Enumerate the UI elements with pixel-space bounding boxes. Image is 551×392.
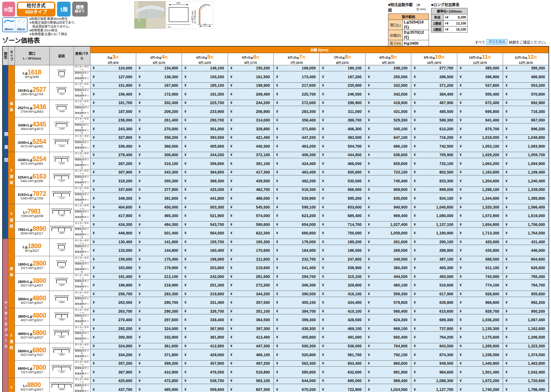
roof-panel-label: ポリカーボネート <box>74 308 90 314</box>
price-cell: ¥560,400 <box>365 308 411 314</box>
elevation-figure: ~7072 <box>50 191 73 199</box>
price-cell: ¥794,700 <box>503 280 549 291</box>
elevation-cell: ~4800 <box>49 308 74 326</box>
price-cell: ¥934,100 <box>411 193 457 204</box>
price-cell: ¥405,900 <box>182 140 228 152</box>
price-cell: ¥235,900 <box>319 82 365 88</box>
roof-panel-label: ポリカーボネート <box>74 82 90 88</box>
price-cell: ¥1,566,400 <box>503 204 549 210</box>
elevation-cell: ~1618 <box>49 65 74 82</box>
roof-panel-label: 熱線吸収ポリカ熱線遮断ポリカ <box>74 88 90 100</box>
price-cell: ¥367,900 <box>90 366 136 378</box>
roof-panel-label: 熱線吸収ポリカ熱線遮断ポリカ <box>74 228 90 239</box>
price-cell: ¥270,000 <box>136 123 182 134</box>
roof-panel-label: 熱線吸収ポリカ熱線遮断ポリカ <box>74 123 90 134</box>
price-cell: ¥841,400 <box>457 117 503 123</box>
snow-load-icon: 20cm <box>15 18 27 32</box>
model-badge: R型 <box>2 2 15 17</box>
price-cell: ¥390,500 <box>274 291 319 297</box>
price-cell: ¥497,200 <box>228 360 273 366</box>
price-cell: ¥1,199,400 <box>503 169 549 175</box>
price-cell: ¥372,100 <box>228 152 273 158</box>
price-cell: ¥441,800 <box>182 193 228 204</box>
price-cell: ¥536,000 <box>319 343 365 349</box>
elevation-cell: ~5254 <box>49 152 74 169</box>
price-cell: ¥261,400 <box>136 117 182 123</box>
price-cell: ¥368,500 <box>136 140 182 152</box>
price-cell: ¥326,700 <box>182 308 228 314</box>
roof-panel-label: ポリカーボネート <box>74 326 90 332</box>
price-cell: ¥236,000 <box>90 117 136 123</box>
roof-panel-label: 熱線吸収ポリカ熱線遮断ポリカ <box>74 106 90 117</box>
price-cell: ¥466,000 <box>319 158 365 169</box>
elevation-figure: ~4800 <box>50 313 73 321</box>
span-range-label: 1618<L≦25271845<WY≦2754 <box>15 82 49 100</box>
roof-panel-label: 熱線吸収ポリカ熱線遮断ポリカ <box>74 210 90 221</box>
price-cell: ¥258,900 <box>319 262 365 274</box>
elevation-cell: ~8800 <box>49 378 74 392</box>
price-cell: ¥290,700 <box>182 117 228 123</box>
roof-panel-label: 熱線吸収ポリカ熱線遮断ポリカ <box>74 262 90 274</box>
price-cell: ¥247,800 <box>319 256 365 262</box>
plus-yen: +¥ <box>445 15 448 19</box>
price-cell: ¥138,300 <box>136 71 182 82</box>
type-label: 2連結 <box>8 152 15 204</box>
elevation-cell: ~5800 <box>49 326 74 343</box>
price-cell: ¥290,700 <box>136 297 182 308</box>
price-cell: ¥518,300 <box>274 186 319 193</box>
price-cell: ¥626,600 <box>503 262 549 274</box>
price-cell: ¥666,100 <box>365 140 411 152</box>
style-badge-top: 柱付き式 <box>18 3 54 9</box>
price-cell: ¥421,400 <box>228 134 273 140</box>
price-cell: ¥410,100 <box>319 308 365 314</box>
depth-col-header: 5尺<D≦6尺6尺:1770 <box>228 53 273 65</box>
price-cell: ¥434,400 <box>319 297 365 308</box>
price-cell: ¥311,000 <box>319 106 365 117</box>
price-cell: ¥319,800 <box>182 291 228 297</box>
elevation-figure: ~3800 <box>50 278 73 286</box>
price-cell: ¥1,344,800 <box>457 193 503 204</box>
price-cell: ¥1,064,200 <box>457 158 503 169</box>
roof-panel-label: 熱線吸収ポリカ熱線遮断ポリカ <box>74 384 90 392</box>
price-cell: ¥570,800 <box>503 88 549 100</box>
type-label: 2連結 <box>8 308 15 378</box>
col-header-type: タイプ <box>8 46 15 65</box>
price-cell: ¥689,300 <box>411 314 457 326</box>
price-cell: ¥332,500 <box>365 82 411 88</box>
price-cell: ¥891,900 <box>365 366 411 378</box>
price-cell: ¥294,700 <box>274 274 319 280</box>
price-cell: ¥553,200 <box>503 82 549 88</box>
wind-resistance-icon: 36m/s <box>3 18 15 32</box>
price-cell: ¥455,800 <box>274 332 319 343</box>
price-cell: ¥232,700 <box>274 256 319 262</box>
price-cell: ¥438,300 <box>274 326 319 332</box>
terrace-photo-illustration <box>135 1 165 28</box>
price-cell: ¥599,100 <box>274 204 319 210</box>
roof-panel-label: ポリカーボネート <box>74 291 90 297</box>
price-cell: ¥1,501,400 <box>457 366 503 378</box>
price-cell: ¥632,600 <box>319 366 365 378</box>
price-cell: ¥1,298,100 <box>457 186 503 193</box>
price-cell: ¥290,100 <box>411 239 457 245</box>
price-cell: ¥1,542,400 <box>503 366 549 378</box>
price-cell: ¥324,800 <box>90 343 136 349</box>
price-cell: ¥604,600 <box>503 256 549 262</box>
price-cell: ¥307,900 <box>90 169 136 175</box>
price-cell: ¥672,400 <box>457 100 503 106</box>
price-cell: ¥413,400 <box>228 332 273 343</box>
col-header-sugata: 姿図 <box>49 46 74 65</box>
price-cell: ¥457,900 <box>182 360 228 366</box>
custom-range-header: 製作範囲 <box>388 14 429 20</box>
price-cell: ¥992,200 <box>503 297 549 308</box>
price-cell: ¥520,800 <box>274 349 319 360</box>
price-cell: ¥1,036,200 <box>457 314 503 326</box>
price-cell: ¥385,000 <box>457 65 503 71</box>
price-cell: ¥329,800 <box>319 280 365 291</box>
price-cell: ¥170,600 <box>228 245 273 256</box>
elevation-figure: ~6163 <box>50 174 73 182</box>
price-cell: ¥315,100 <box>319 274 365 280</box>
long-pillar-header: 標準柱+1000mm <box>431 8 467 14</box>
price-cell: ¥218,900 <box>136 280 182 291</box>
price-cell: ¥412,800 <box>182 343 228 349</box>
price-cell: ¥404,600 <box>90 204 136 210</box>
